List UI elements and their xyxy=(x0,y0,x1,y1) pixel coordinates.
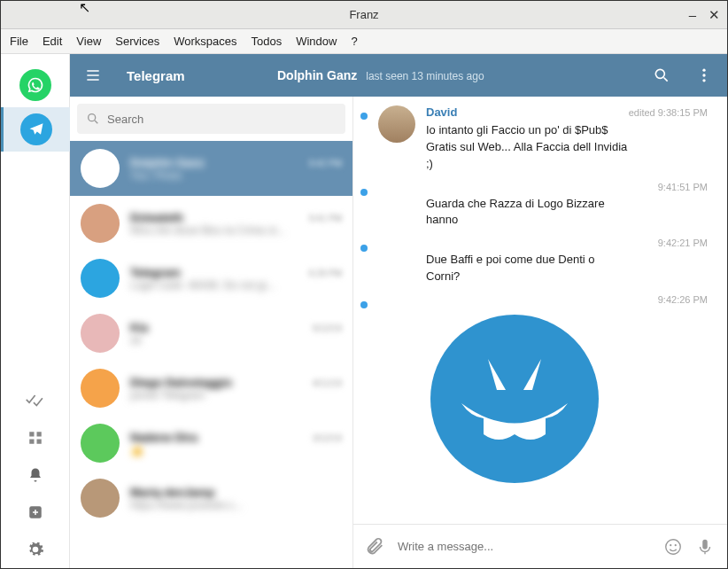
message-row: 9:42:21 PMDue Baffi e poi come due Denti… xyxy=(360,238,708,285)
close-button[interactable]: ✕ xyxy=(709,7,720,23)
window-title: Franz xyxy=(349,8,378,21)
svg-rect-2 xyxy=(29,440,34,444)
chat-list: Dolphin Ganz9:42 PM You: Photo Dziwaleth… xyxy=(70,97,353,568)
attach-icon[interactable] xyxy=(366,537,385,557)
message-row: 9:42:26 PM xyxy=(360,294,708,487)
chat-time: 5/12/19 xyxy=(313,323,342,333)
message-row: 9:41:51 PMGuarda che Razza di Logo Bizza… xyxy=(360,182,708,230)
service-telegram[interactable] xyxy=(1,107,70,152)
menu-help[interactable]: ? xyxy=(351,35,357,48)
chat-item[interactable]: Nadene Dira3/12/19 👍 xyxy=(70,416,352,471)
menu-window[interactable]: Window xyxy=(296,35,337,48)
avatar xyxy=(81,149,120,188)
peer-name: Dolphin Ganz xyxy=(277,68,357,82)
svg-point-13 xyxy=(675,544,677,546)
voice-icon[interactable] xyxy=(695,537,715,557)
message-text: Due Baffi e poi come due Denti o Corni? xyxy=(426,252,630,285)
svg-rect-1 xyxy=(36,432,41,436)
avatar xyxy=(81,369,120,408)
message-sender: David xyxy=(426,105,457,119)
svg-point-11 xyxy=(666,539,681,554)
chat-preview: Mira che disse Bisu la Crima st... xyxy=(130,224,342,237)
chat-preview: You: Photo xyxy=(130,169,342,182)
svg-point-12 xyxy=(670,544,671,546)
telegram-header: Telegram Dolphin Ganz last seen 13 minut… xyxy=(70,54,727,97)
svg-point-9 xyxy=(89,114,96,121)
avatar xyxy=(378,105,415,143)
search-input[interactable] xyxy=(107,113,337,126)
avatar xyxy=(81,259,120,298)
service-whatsapp[interactable] xyxy=(1,63,70,107)
svg-point-6 xyxy=(702,69,705,72)
peer-status: last seen 13 minutes ago xyxy=(366,70,484,82)
menu-edit[interactable]: Edit xyxy=(43,35,62,48)
chat-preview: 👍 xyxy=(130,444,342,456)
chat-name: Dolphin Ganz xyxy=(130,156,205,169)
chat-item[interactable]: Telegram6:28 PM Login code: 40438. Do no… xyxy=(70,251,352,306)
message-time: 9:42:21 PM xyxy=(658,238,708,248)
menubar: File Edit View Services Workspaces Todos… xyxy=(1,29,727,54)
conversation: Davidedited 9:38:15 PMIo intanto gli Fac… xyxy=(353,97,727,568)
search-icon[interactable] xyxy=(653,66,670,84)
svg-point-10 xyxy=(430,315,599,483)
settings-icon[interactable] xyxy=(1,531,70,568)
chat-name: Mariq denJamp xyxy=(130,486,214,499)
composer xyxy=(353,524,727,568)
svg-point-7 xyxy=(702,74,705,76)
avatar xyxy=(81,479,120,518)
chat-item[interactable]: Dziwaleth9:41 PM Mira che disse Bisu la … xyxy=(70,196,352,251)
read-all-icon[interactable] xyxy=(1,382,70,419)
more-icon[interactable] xyxy=(695,66,713,84)
chat-name: Dziwaleth xyxy=(130,211,183,224)
chat-item[interactable]: Kia5/12/19 ok xyxy=(70,306,352,361)
titlebar: ↖ Franz – ✕ xyxy=(1,1,727,29)
chat-item[interactable]: Dolphin Ganz9:42 PM You: Photo xyxy=(70,141,352,196)
minimize-button[interactable]: – xyxy=(689,7,696,23)
chat-time: 6:28 PM xyxy=(309,269,342,278)
message-time: edited 9:38:15 PM xyxy=(629,107,708,118)
chat-preview: ok xyxy=(130,334,342,347)
chat-name: Diego Dalnotaggio xyxy=(130,376,232,389)
message-text: Guarda che Razza di Logo Bizzare hanno xyxy=(426,196,630,230)
chat-time: 3/12/19 xyxy=(313,433,342,443)
avatar xyxy=(81,204,120,243)
telegram-brand: Telegram xyxy=(127,68,251,83)
chat-name: Kia xyxy=(130,321,148,334)
notifications-icon[interactable] xyxy=(1,456,70,494)
menu-todos[interactable]: Todos xyxy=(251,35,282,48)
message-time: 9:42:26 PM xyxy=(658,294,708,305)
search-icon xyxy=(86,112,100,126)
message-input[interactable] xyxy=(398,540,651,553)
chat-item[interactable]: Diego Dalnotaggio4/11/19 joined Telegram xyxy=(70,361,352,416)
menu-view[interactable]: View xyxy=(76,35,101,48)
chat-time: 4/11/19 xyxy=(313,378,342,388)
svg-rect-0 xyxy=(29,432,34,436)
menu-workspaces[interactable]: Workspaces xyxy=(174,35,236,48)
chat-peer-info[interactable]: Dolphin Ganz last seen 13 minutes ago xyxy=(251,68,653,82)
telegram-icon xyxy=(27,121,45,138)
menu-services[interactable]: Services xyxy=(115,35,159,48)
unread-dot-icon xyxy=(360,301,368,308)
unread-dot-icon xyxy=(360,189,368,196)
chat-preview: joined Telegram xyxy=(130,389,342,401)
chat-preview: https://www.youtube.c... xyxy=(130,499,342,511)
whatsapp-icon xyxy=(27,76,44,94)
hamburger-icon[interactable] xyxy=(84,66,102,84)
chat-item[interactable]: Mariq denJamp https://www.youtube.c... xyxy=(70,471,352,526)
workspaces-icon[interactable] xyxy=(1,419,70,456)
unread-dot-icon xyxy=(360,245,368,252)
search-box[interactable] xyxy=(77,104,345,134)
chat-time: 9:41 PM xyxy=(309,214,342,223)
unread-dot-icon xyxy=(360,113,368,120)
cursor-icon: ↖ xyxy=(79,0,90,16)
menu-file[interactable]: File xyxy=(10,35,28,48)
message-time: 9:41:51 PM xyxy=(658,182,708,192)
avatar xyxy=(81,424,120,463)
add-service-icon[interactable] xyxy=(1,494,70,531)
svg-rect-3 xyxy=(36,440,41,444)
chat-preview: Login code: 40438. Do not gi... xyxy=(130,279,342,292)
message-text: Io intanto gli Faccio un po' di $Pub$ Gr… xyxy=(426,122,630,173)
emoji-icon[interactable] xyxy=(663,537,683,557)
svg-rect-14 xyxy=(702,539,708,549)
sticker-image xyxy=(426,310,603,487)
